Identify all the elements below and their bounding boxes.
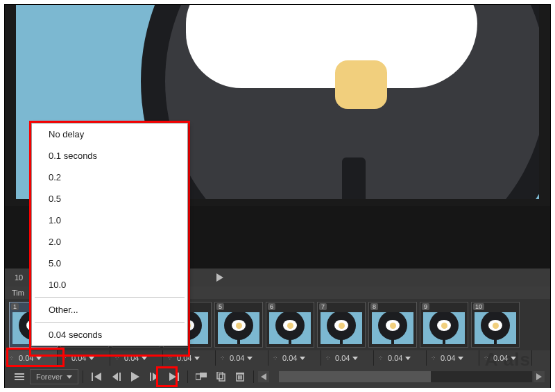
timeline-frame-thumb[interactable]: 5	[214, 302, 263, 348]
frame-delay-cell[interactable]: ⁘ 0.04	[5, 350, 58, 366]
timeline-frame-thumb[interactable]: 6	[266, 302, 314, 348]
tween-button[interactable]	[192, 369, 210, 384]
menu-separator	[35, 297, 185, 298]
svg-rect-7	[119, 373, 121, 381]
frame-delay-cell[interactable]: ⁘ 0.04	[58, 350, 110, 366]
delay-menu-item[interactable]: 0.1 seconds	[32, 145, 187, 167]
frame-number-badge: 7	[319, 303, 327, 310]
loop-count-select[interactable]: Forever	[30, 369, 78, 384]
svg-rect-20	[239, 375, 241, 380]
svg-marker-23	[536, 373, 542, 380]
frame-delay-value: 0.04	[282, 354, 297, 362]
svg-rect-15	[217, 372, 223, 379]
timeline-controls-bar: Forever	[5, 366, 550, 388]
frame-delay-icon: ⁘	[114, 355, 121, 361]
frame-thumbnail-image	[321, 312, 362, 344]
svg-marker-22	[261, 373, 266, 380]
frame-delay-value: 0.04	[493, 354, 508, 362]
timeline-scrollbar-thumb[interactable]	[279, 371, 431, 382]
delay-menu-item-current[interactable]: 0.04 seconds	[32, 324, 187, 346]
last-frame-button[interactable]	[165, 369, 183, 384]
frame-delay-cell[interactable]: ⁘ 0.04	[321, 350, 374, 366]
frame-count-label: 10	[15, 273, 23, 282]
frame-delay-cell[interactable]: ⁘ 0.04	[216, 350, 268, 366]
frame-delay-cell[interactable]: ⁘ 0.04	[268, 350, 321, 366]
svg-rect-12	[178, 373, 179, 381]
frame-delay-cell[interactable]: ⁘ 0.04	[479, 350, 532, 366]
chevron-down-icon	[142, 357, 147, 360]
artwork-yolk	[335, 60, 387, 109]
frame-delay-icon: ⁘	[62, 355, 69, 361]
frame-delay-icon: ⁘	[167, 355, 174, 361]
frame-delay-value: 0.04	[124, 354, 139, 362]
svg-marker-6	[112, 373, 118, 381]
chevron-down-icon	[405, 357, 411, 360]
timeline-scrollbar[interactable]	[279, 371, 532, 382]
frame-delay-row: ⁘ 0.04 ⁘ 0.04 ⁘ 0.04 ⁘ 0.04 ⁘ 0.04 ⁘ 0.0…	[5, 350, 550, 366]
frame-delay-cell[interactable]: ⁘ 0.04	[374, 350, 427, 366]
chevron-down-icon	[352, 357, 358, 360]
svg-rect-4	[92, 373, 93, 381]
svg-rect-19	[238, 375, 239, 380]
frame-delay-value: 0.04	[335, 354, 350, 362]
frame-thumbnail-image	[372, 312, 413, 344]
delete-frame-button[interactable]	[231, 369, 249, 384]
frame-number-badge: 10	[473, 303, 484, 310]
svg-rect-14	[200, 373, 207, 377]
first-frame-button[interactable]	[87, 369, 105, 384]
delay-menu-item[interactable]: 10.0	[32, 274, 187, 296]
delay-menu-item[interactable]: 5.0	[32, 253, 187, 274]
delay-menu-item-other[interactable]: Other...	[32, 299, 187, 321]
frame-delay-value: 0.04	[71, 354, 86, 362]
svg-rect-13	[196, 374, 200, 380]
frame-thumbnail-image	[269, 312, 311, 344]
svg-marker-0	[216, 273, 223, 282]
timeline-frame-thumb[interactable]: 10	[471, 302, 520, 348]
svg-rect-18	[236, 373, 244, 374]
timeline-frame-thumb[interactable]: 8	[368, 302, 417, 348]
svg-rect-1	[15, 373, 24, 375]
frame-delay-cell[interactable]: ⁘ 0.04	[163, 350, 216, 366]
delay-menu-item[interactable]: 1.0	[32, 210, 187, 231]
timeline-frame-thumb[interactable]: 7	[317, 302, 366, 348]
chevron-down-icon	[194, 357, 200, 360]
audio-playhead-icon[interactable]	[213, 271, 227, 284]
frame-number-badge: 8	[370, 303, 378, 310]
delay-menu-item[interactable]: 0.5	[32, 188, 187, 210]
frame-thumbnail-image	[475, 312, 516, 344]
chevron-down-icon	[511, 357, 516, 360]
chevron-down-icon	[67, 375, 72, 379]
frame-delay-value: 0.04	[230, 354, 244, 362]
svg-marker-11	[169, 373, 176, 381]
svg-rect-16	[219, 374, 225, 381]
frame-delay-icon: ⁘	[325, 355, 332, 361]
scroll-left-button[interactable]	[258, 371, 269, 382]
previous-frame-button[interactable]	[107, 369, 125, 384]
delay-menu-item[interactable]: 2.0	[32, 231, 187, 253]
play-button[interactable]	[126, 369, 144, 384]
chevron-down-icon	[458, 357, 463, 360]
menu-separator	[35, 322, 185, 323]
delay-menu-item[interactable]: No delay	[32, 123, 187, 145]
frame-delay-menu: No delay0.1 seconds0.20.51.02.05.010.0Ot…	[31, 123, 188, 346]
artwork-pan-handle	[342, 157, 366, 199]
svg-rect-3	[15, 379, 24, 380]
chevron-down-icon	[300, 357, 305, 360]
artwork-egg-white	[186, 5, 477, 88]
duplicate-frame-button[interactable]	[212, 369, 230, 384]
timeline-options-button[interactable]	[10, 369, 28, 384]
svg-rect-10	[150, 373, 151, 381]
timeline-frame-thumb[interactable]: 9	[420, 302, 468, 348]
next-frame-button[interactable]	[146, 369, 164, 384]
frame-delay-value: 0.04	[388, 354, 402, 362]
frame-delay-cell[interactable]: ⁘ 0.04	[427, 350, 479, 366]
frame-delay-icon: ⁘	[273, 355, 280, 361]
frame-delay-value: 0.04	[441, 354, 455, 362]
frame-thumbnail-image	[218, 312, 259, 344]
scroll-right-button[interactable]	[533, 371, 545, 382]
delay-menu-item[interactable]: 0.2	[32, 167, 187, 188]
frame-delay-cell[interactable]: ⁘ 0.04	[110, 350, 163, 366]
frame-number-badge: 5	[216, 303, 224, 310]
frame-number-badge: 6	[268, 303, 275, 310]
frame-number-badge: 9	[422, 303, 429, 310]
